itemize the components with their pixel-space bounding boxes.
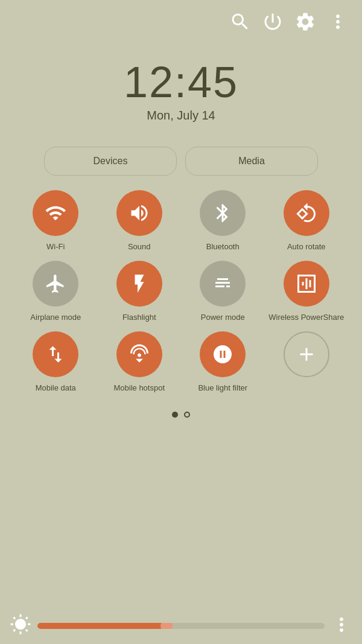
airplane-label: Airplane mode bbox=[30, 313, 81, 323]
add-icon-circle[interactable] bbox=[284, 331, 329, 377]
mobiledata-icon-circle bbox=[33, 331, 78, 377]
dot-1 bbox=[172, 412, 178, 418]
airplane-tile[interactable]: Airplane mode bbox=[17, 261, 95, 323]
more-icon[interactable] bbox=[327, 11, 349, 36]
settings-icon[interactable] bbox=[294, 11, 316, 36]
powermode-icon-circle bbox=[200, 261, 246, 307]
flashlight-tile[interactable]: Flashlight bbox=[101, 261, 179, 323]
airplane-icon-circle bbox=[33, 261, 78, 307]
page-dots bbox=[0, 412, 362, 418]
wireless-icon-circle bbox=[284, 261, 329, 307]
bluetooth-label: Bluetooth bbox=[206, 242, 240, 252]
sound-tile[interactable]: Sound bbox=[101, 190, 179, 252]
brightness-track[interactable] bbox=[37, 623, 325, 629]
bluelight-label: Blue light filter bbox=[198, 383, 247, 394]
wifi-icon-circle bbox=[33, 190, 78, 236]
device-media-row: Devices Media bbox=[0, 135, 362, 190]
sound-label: Sound bbox=[128, 242, 151, 252]
brightness-fill bbox=[37, 623, 167, 629]
flashlight-label: Flashlight bbox=[122, 313, 156, 323]
autorotate-label: Auto rotate bbox=[287, 242, 326, 252]
powermode-tile[interactable]: Power mode bbox=[184, 261, 262, 323]
search-icon[interactable] bbox=[229, 11, 251, 36]
devices-tab[interactable]: Devices bbox=[44, 147, 177, 176]
wireless-label: Wireless PowerShare bbox=[268, 313, 344, 323]
powermode-label: Power mode bbox=[201, 313, 245, 323]
wifi-tile[interactable]: Wi-Fi bbox=[17, 190, 95, 252]
clock-date: Mon, July 14 bbox=[0, 109, 362, 123]
tiles-grid: Wi-Fi Sound Bluetooth Auto rotate Airpla… bbox=[0, 190, 362, 394]
bluelight-icon-circle bbox=[200, 331, 246, 377]
dot-2 bbox=[184, 412, 190, 418]
mobiledata-tile[interactable]: Mobile data bbox=[17, 331, 95, 394]
brightness-more-icon[interactable] bbox=[331, 614, 352, 639]
add-tile[interactable] bbox=[268, 331, 346, 394]
sound-icon-circle bbox=[116, 190, 162, 236]
brightness-thumb bbox=[160, 623, 173, 629]
media-tab[interactable]: Media bbox=[185, 147, 318, 176]
bluetooth-tile[interactable]: Bluetooth bbox=[184, 190, 262, 252]
mobiledata-label: Mobile data bbox=[36, 383, 76, 394]
hotspot-icon-circle bbox=[116, 331, 162, 377]
top-bar bbox=[0, 0, 362, 42]
hotspot-tile[interactable]: Mobile hotspot bbox=[101, 331, 179, 394]
power-icon[interactable] bbox=[262, 11, 284, 36]
brightness-sun-icon bbox=[10, 614, 31, 639]
flashlight-icon-circle bbox=[116, 261, 162, 307]
brightness-bar[interactable] bbox=[0, 608, 362, 644]
hotspot-label: Mobile hotspot bbox=[113, 383, 165, 394]
autorotate-icon-circle bbox=[284, 190, 329, 236]
clock-time: 12:45 bbox=[0, 60, 362, 104]
bluelight-tile[interactable]: Blue light filter bbox=[184, 331, 262, 394]
wifi-label: Wi-Fi bbox=[46, 242, 65, 252]
wireless-tile[interactable]: Wireless PowerShare bbox=[268, 261, 346, 323]
autorotate-tile[interactable]: Auto rotate bbox=[268, 190, 346, 252]
bluetooth-icon-circle bbox=[200, 190, 246, 236]
clock-section: 12:45 Mon, July 14 bbox=[0, 42, 362, 135]
